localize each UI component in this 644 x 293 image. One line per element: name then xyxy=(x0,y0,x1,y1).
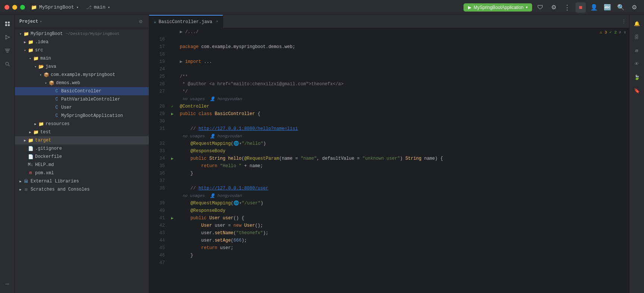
tree-item-basiccontroller[interactable]: C BasicController xyxy=(15,87,149,95)
more-button[interactable]: ⋮ xyxy=(562,2,572,13)
code-line-40: @ResponseBody xyxy=(177,207,614,214)
gutter-row xyxy=(168,51,177,58)
gutter-run-marker[interactable]: ▶ xyxy=(168,155,177,162)
gutter-row xyxy=(168,73,177,80)
ln: - xyxy=(149,192,165,200)
expand-arrow: ▶ xyxy=(22,138,28,143)
tree-item-extlibs[interactable]: ▶ 🏛 External Libraries xyxy=(15,177,149,185)
code-line-34: public String hello(@RequestParam(name =… xyxy=(177,155,614,162)
gutter-row xyxy=(168,170,177,177)
code-line-hint-2: no usages 👤 hongyoudan xyxy=(177,133,614,140)
tree-item-root[interactable]: ▾ 📁 MySpringBoot ~/Desktop/MySpringBoot xyxy=(15,30,149,38)
nav-find-icon[interactable] xyxy=(1,58,13,70)
ln: 37 xyxy=(149,177,165,185)
translate-button[interactable]: 🔤 xyxy=(602,2,613,13)
tree-item-main[interactable]: ▾ 📁 main xyxy=(15,54,149,63)
gutter-row xyxy=(168,43,177,51)
svg-rect-11 xyxy=(6,50,9,51)
expand-arrow: ▾ xyxy=(28,56,33,61)
gutter-run-marker[interactable]: ▶ xyxy=(168,110,177,118)
expand-arrow: ▾ xyxy=(18,31,23,36)
class-icon: C xyxy=(54,88,60,94)
ok-count: ✓ 2 xyxy=(609,30,617,35)
tree-item-pathvar[interactable]: C PathVariableController xyxy=(15,95,149,103)
folder-icon: 📁 xyxy=(23,31,29,37)
nav-structure-icon[interactable] xyxy=(1,45,13,57)
folder-icon: 📁 xyxy=(33,129,39,135)
nav-down-icon[interactable]: ∨ xyxy=(623,30,626,35)
profile-button[interactable]: 👤 xyxy=(589,2,599,13)
ide-settings-button[interactable]: ⚙ xyxy=(629,2,640,13)
ln: 46 xyxy=(149,252,165,259)
nav-project-icon[interactable] xyxy=(1,18,13,30)
run-config-name: MySpringBootApplication xyxy=(474,5,524,10)
branch-name: main xyxy=(94,4,106,10)
tree-item-dockerfile[interactable]: ▶ 📄 Dockerfile xyxy=(15,153,149,161)
tree-item-test[interactable]: ▶ 📁 test xyxy=(15,128,149,136)
code-line-31: // http://127.0.0.1:8080/hello?name=lisi xyxy=(177,125,614,133)
search-button[interactable]: 🔍 xyxy=(616,2,626,13)
branch-selector[interactable]: ⎇ main ▾ xyxy=(86,4,464,10)
tree-item-resources[interactable]: ▶ 📁 resources xyxy=(15,120,149,128)
run-coverage-button[interactable]: 🛡 xyxy=(535,2,546,13)
tree-item-label: java xyxy=(45,64,56,69)
project-selector[interactable]: 📁 MySpringBoot ▾ xyxy=(31,4,79,10)
folder-icon: 📁 xyxy=(31,4,37,10)
left-nav: ⋯ xyxy=(0,15,15,293)
settings-button[interactable]: ⚙ xyxy=(549,2,559,13)
nav-more-icon[interactable]: ⋯ xyxy=(1,278,13,290)
tree-item-app[interactable]: C MySpringBootApplication xyxy=(15,112,149,120)
right-nav-m[interactable]: m xyxy=(631,45,643,57)
code-line-35: return "Hello " + name; xyxy=(177,162,614,170)
expand-arrow: ▶ xyxy=(28,130,33,135)
run-button[interactable]: ▶ MySpringBootApplication ▾ xyxy=(464,3,532,12)
tree-item-label: .idea xyxy=(35,39,48,45)
sidebar-actions: ⚙ xyxy=(137,18,144,25)
class-icon: C xyxy=(54,113,60,119)
editor-tab-basiccontroller[interactable]: ☕ BasicController.java × xyxy=(149,15,223,28)
right-nav-bookmarks[interactable]: 🔖 xyxy=(631,85,643,97)
tabs-more-button[interactable]: ⋮ xyxy=(622,19,626,24)
tab-close-button[interactable]: × xyxy=(216,20,218,24)
tree-item-helpmd[interactable]: ▶ M↓ HELP.md xyxy=(15,161,149,169)
tree-item-label: External Libraries xyxy=(31,179,79,184)
code-line-16 xyxy=(177,36,614,43)
ln: 29 xyxy=(149,110,165,118)
tree-item-pkg[interactable]: ▾ 📦 com.example.myspringboot xyxy=(15,71,149,79)
gear-icon[interactable]: ⚙ xyxy=(137,18,144,25)
gutter-run-marker[interactable]: ▶ xyxy=(168,214,177,222)
tree-item-src[interactable]: ▾ 📁 src xyxy=(15,46,149,54)
close-button[interactable] xyxy=(4,5,9,10)
right-nav-db[interactable]: 🗄 xyxy=(631,31,643,43)
right-nav-spring[interactable]: 🍃 xyxy=(631,71,643,83)
code-line-17: package com.example.myspringboot.demos.w… xyxy=(177,43,614,51)
tree-item-idea[interactable]: ▶ 📁 .idea xyxy=(15,38,149,46)
folder-icon: 📁 xyxy=(28,39,34,45)
code-line-27: */ xyxy=(177,88,614,95)
tree-item-scratches[interactable]: ▶ ⊞ Scratches and Consoles xyxy=(15,185,149,194)
stop-button[interactable]: ■ xyxy=(575,2,586,13)
sidebar: Project ▾ ⚙ ▾ 📁 MySpringBoot ~/Desktop/M… xyxy=(15,15,149,293)
tree-item-label: Scratches and Consoles xyxy=(31,187,89,192)
tree-item-pomxml[interactable]: ▶ m pom.xml xyxy=(15,169,149,177)
tree-item-web[interactable]: ▾ 📦 demos.web xyxy=(15,79,149,87)
code-line-19: ▶ import ... xyxy=(177,58,614,66)
tree-item-java[interactable]: ▾ 📂 java xyxy=(15,63,149,71)
code-line-30 xyxy=(177,118,614,125)
tree-item-target[interactable]: ▶ 📁 target xyxy=(15,136,149,144)
nav-up-icon[interactable]: ∧ xyxy=(619,30,622,35)
code-content[interactable]: ▶ /.../ package com.example.myspringboot… xyxy=(177,28,629,293)
code-line-46: } xyxy=(177,252,614,259)
tree-item-user[interactable]: C User xyxy=(15,103,149,112)
nav-vcs-icon[interactable] xyxy=(1,31,13,43)
right-nav-maven[interactable]: 👁 xyxy=(631,58,643,70)
gutter-run-marker[interactable]: ✓ xyxy=(168,103,177,110)
minimize-button[interactable] xyxy=(12,5,17,10)
window-controls xyxy=(4,5,25,10)
tree-item-gitignore[interactable]: ▶ 📄 .gitignore xyxy=(15,144,149,153)
code-line-42: User user = new User(); xyxy=(177,222,614,229)
svg-point-13 xyxy=(6,62,9,65)
code-line-36: } xyxy=(177,170,614,177)
maximize-button[interactable] xyxy=(20,5,25,10)
right-nav-notifications[interactable]: 🔔 xyxy=(631,18,643,30)
